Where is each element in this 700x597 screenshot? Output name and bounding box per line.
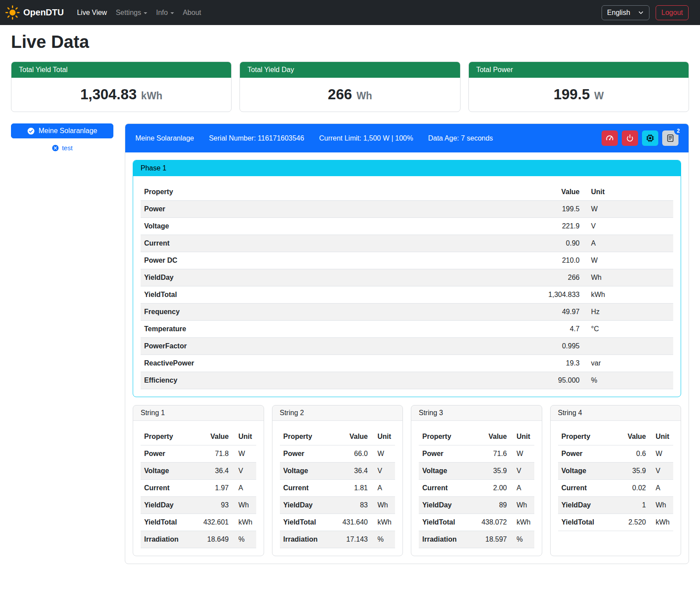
limit-settings-button[interactable]: [602, 130, 618, 146]
unit-cell: %: [232, 531, 256, 548]
serial-number: Serial Number: 116171603546: [209, 134, 304, 142]
inverter-panel-header: Meine Solaranlage Serial Number: 1161716…: [125, 124, 689, 152]
unit-cell: kWh: [511, 514, 534, 531]
unit-cell: kWh: [649, 514, 673, 531]
property-cell: ReactivePower: [141, 355, 504, 372]
inverter-select-button[interactable]: Meine Solaranlage: [11, 123, 113, 138]
strings-row: String 1 Property Value Unit: [133, 405, 681, 556]
table-row: Power66.0W: [280, 445, 395, 463]
device-info-button[interactable]: [642, 130, 658, 146]
logout-button[interactable]: Logout: [656, 5, 689, 20]
property-cell: Current: [558, 480, 617, 497]
property-cell: Current: [280, 480, 339, 497]
inverter-item-test[interactable]: test: [11, 144, 113, 152]
col-property: Property: [280, 428, 339, 445]
unit-cell: Wh: [583, 269, 673, 286]
col-unit: Unit: [232, 428, 256, 445]
unit-cell: V: [583, 218, 673, 235]
power-control-button[interactable]: [622, 130, 638, 146]
page-content: Live Data Total Yield Total 1,304.83 kWh…: [0, 32, 700, 577]
string-3-title: String 3: [411, 405, 542, 421]
nav-about[interactable]: About: [178, 5, 206, 20]
inverter-panel-body: Phase 1 Property Value Unit: [125, 152, 689, 564]
unit-cell: Wh: [511, 497, 534, 514]
property-cell: Voltage: [280, 463, 339, 480]
string-3-card: String 3 Property Value Unit: [411, 405, 542, 556]
property-cell: YieldTotal: [141, 514, 200, 531]
table-row: Power71.6W: [419, 445, 534, 463]
property-cell: Power: [558, 445, 617, 463]
language-select[interactable]: English: [602, 5, 649, 20]
col-value: Value: [478, 428, 511, 445]
table-row: Voltage36.4V: [141, 463, 256, 480]
card-value: 1,304.83: [80, 86, 137, 103]
property-cell: Power: [419, 445, 478, 463]
summary-cards-row: Total Yield Total 1,304.83 kWh Total Yie…: [11, 62, 689, 112]
value-cell: 89: [478, 497, 511, 514]
card-value: 266: [328, 86, 352, 103]
value-cell: 0.995: [504, 338, 583, 355]
property-cell: Voltage: [419, 463, 478, 480]
value-cell: 199.5: [504, 201, 583, 218]
property-cell: YieldDay: [141, 497, 200, 514]
nav-settings[interactable]: Settings: [111, 5, 152, 20]
cpu-icon: [646, 134, 654, 142]
card-title: Total Yield Total: [11, 62, 231, 78]
table-row: Temperature4.7°C: [141, 321, 673, 338]
value-cell: 36.4: [200, 463, 232, 480]
journal-list-icon: [666, 134, 675, 142]
value-cell: 35.9: [617, 463, 649, 480]
value-cell: 221.9: [504, 218, 583, 235]
speedometer-icon: [606, 134, 614, 142]
unit-cell: W: [583, 201, 673, 218]
nav-live-view[interactable]: Live View: [73, 5, 111, 20]
unit-cell: °C: [583, 321, 673, 338]
sun-logo-icon: [5, 5, 20, 20]
nav-info[interactable]: Info: [152, 5, 178, 20]
unit-cell: V: [649, 463, 673, 480]
inverter-item-test-label: test: [62, 144, 73, 152]
table-row: YieldDay93Wh: [141, 497, 256, 514]
value-cell: 0.90: [504, 235, 583, 252]
table-row: Power0.6W: [558, 445, 674, 463]
chevron-down-icon: [144, 12, 147, 14]
unit-cell: A: [371, 480, 395, 497]
value-cell: 2.00: [478, 480, 511, 497]
value-cell: 83: [339, 497, 371, 514]
top-navbar: OpenDTU Live View Settings Info About En…: [0, 0, 700, 25]
value-cell: 66.0: [339, 445, 371, 463]
table-row: Current2.00A: [419, 480, 534, 497]
language-select-value: English: [607, 9, 630, 17]
unit-cell: W: [649, 445, 673, 463]
brand[interactable]: OpenDTU: [5, 5, 64, 20]
table-row: Irradiation18.597%: [419, 531, 534, 548]
col-unit: Unit: [583, 184, 673, 201]
table-header-row: Property Value Unit: [280, 428, 395, 445]
table-row: Current0.02A: [558, 480, 674, 497]
value-cell: 0.6: [617, 445, 649, 463]
value-cell: 1.97: [200, 480, 232, 497]
table-row: Irradiation18.649%: [141, 531, 256, 548]
table-row: YieldTotal1,304.833kWh: [141, 286, 673, 304]
unit-cell: A: [583, 235, 673, 252]
value-cell: 4.7: [504, 321, 583, 338]
property-cell: PowerFactor: [141, 338, 504, 355]
property-cell: Power: [141, 201, 504, 218]
chevron-down-icon: [170, 12, 174, 14]
unit-cell: W: [371, 445, 395, 463]
property-cell: YieldDay: [419, 497, 478, 514]
data-age: Data Age: 7 seconds: [428, 134, 493, 142]
unit-cell: [583, 338, 673, 355]
table-row: Frequency49.97Hz: [141, 304, 673, 321]
page-title: Live Data: [11, 32, 689, 52]
event-log-button[interactable]: 2: [662, 130, 678, 146]
panel-actions: 2: [602, 130, 678, 146]
x-circle-icon: [52, 145, 59, 152]
property-cell: Current: [419, 480, 478, 497]
string-4-title: String 4: [551, 405, 681, 421]
unit-cell: kWh: [583, 286, 673, 304]
col-unit: Unit: [511, 428, 534, 445]
table-row: Irradiation17.143%: [280, 531, 395, 548]
string-3-body: Property Value Unit Power71.6W Voltage35…: [411, 421, 542, 556]
nav-info-label: Info: [156, 9, 168, 17]
